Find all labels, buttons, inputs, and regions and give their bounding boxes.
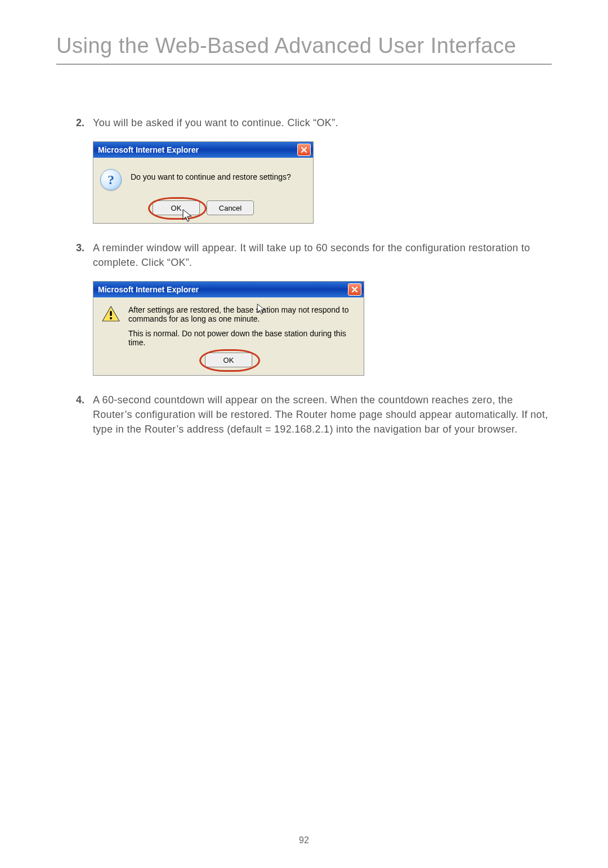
warning-icon <box>101 305 120 322</box>
dialog-body: After settings are restored, the base st… <box>93 297 364 375</box>
document-page: Using the Web-Based Advanced User Interf… <box>0 0 608 868</box>
dialog-titlebar: Microsoft Internet Explorer <box>93 142 313 158</box>
step-text: A 60-second countdown will appear on the… <box>93 393 552 437</box>
step-4: 4. A 60-second countdown will appear on … <box>56 393 552 437</box>
dialog-reminder: Microsoft Internet Explorer After settin… <box>93 281 364 376</box>
page-number: 92 <box>0 835 608 845</box>
cancel-button-label: Cancel <box>219 204 242 212</box>
title-divider <box>56 64 552 65</box>
ok-button[interactable]: OK <box>205 353 252 367</box>
close-button[interactable] <box>348 283 361 296</box>
step-number: 4. <box>56 393 93 437</box>
step-number: 3. <box>56 241 93 270</box>
dialog-button-row: OK <box>101 353 356 367</box>
svg-point-1 <box>110 317 112 319</box>
dialog-button-row: OK Cancel <box>100 201 306 215</box>
dialog-confirm-restore: Microsoft Internet Explorer ? Do you wan… <box>93 141 314 224</box>
dialog-message-line1: After settings are restored, the base st… <box>128 305 356 323</box>
ok-button-label: OK <box>171 204 182 212</box>
step-2: 2. You will be asked if you want to cont… <box>56 115 552 130</box>
close-icon <box>351 286 358 293</box>
dialog-titlebar: Microsoft Internet Explorer <box>93 282 364 297</box>
page-title: Using the Web-Based Advanced User Interf… <box>56 34 552 58</box>
step-text: You will be asked if you want to continu… <box>93 115 552 130</box>
dialog-message: Do you want to continue and restore sett… <box>131 169 291 181</box>
dialog-title: Microsoft Internet Explorer <box>98 285 199 294</box>
step-text: A reminder window will appear. It will t… <box>93 241 552 270</box>
dialog-body: ? Do you want to continue and restore se… <box>93 158 313 223</box>
ok-button-label: OK <box>223 356 234 364</box>
svg-rect-0 <box>110 311 111 316</box>
dialog-message-line2: This is normal. Do not power down the ba… <box>128 329 356 347</box>
close-icon <box>301 146 307 153</box>
ok-button[interactable]: OK <box>153 201 200 215</box>
dialog-message-row: After settings are restored, the base st… <box>101 305 356 347</box>
question-icon: ? <box>100 169 122 190</box>
dialog-title: Microsoft Internet Explorer <box>98 145 199 154</box>
close-button[interactable] <box>297 144 311 156</box>
dialog-message-row: ? Do you want to continue and restore se… <box>100 169 306 190</box>
step-3: 3. A reminder window will appear. It wil… <box>56 241 552 270</box>
step-number: 2. <box>56 115 93 130</box>
cancel-button[interactable]: Cancel <box>207 201 254 215</box>
